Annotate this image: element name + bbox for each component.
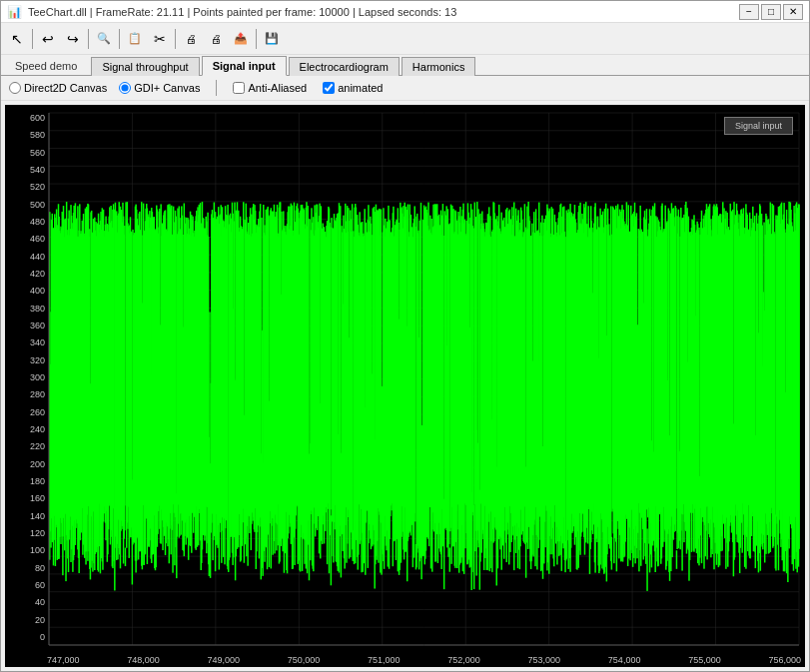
y-axis: 600 580 560 540 520 500 480 460 440 420 …: [7, 113, 45, 642]
y-label-500: 500: [7, 200, 45, 210]
animated-checkbox[interactable]: [323, 82, 335, 94]
y-label-0: 0: [7, 632, 45, 642]
y-label-540: 540: [7, 165, 45, 175]
close-button[interactable]: ✕: [783, 4, 803, 20]
legend-text: Signal input: [735, 121, 782, 131]
redo-button[interactable]: ↪: [61, 27, 85, 51]
options-bar: Direct2D Canvas GDI+ Canvas Anti-Aliased…: [1, 76, 809, 101]
canvas-radio-group: Direct2D Canvas GDI+ Canvas: [9, 82, 200, 94]
x-label-747000: 747,000: [47, 655, 80, 665]
y-label-560: 560: [7, 148, 45, 158]
y-label-320: 320: [7, 355, 45, 365]
print2-button[interactable]: 🖨: [204, 27, 228, 51]
tab-electrocardiogram[interactable]: Electrocardiogram: [289, 57, 400, 76]
y-label-380: 380: [7, 304, 45, 314]
direct2d-radio[interactable]: [9, 82, 21, 94]
tab-harmonics[interactable]: Harmonics: [402, 57, 476, 76]
toolbar-separator-2: [88, 29, 89, 49]
title-text: TeeChart.dll | FrameRate: 21.11 | Points…: [28, 6, 456, 18]
main-window: 📊 TeeChart.dll | FrameRate: 21.11 | Poin…: [0, 0, 810, 672]
x-label-751000: 751,000: [368, 655, 401, 665]
title-bar: 📊 TeeChart.dll | FrameRate: 21.11 | Poin…: [1, 1, 809, 23]
tab-bar: Speed demo Signal throughput Signal inpu…: [1, 55, 809, 76]
save-button[interactable]: 💾: [260, 27, 284, 51]
y-label-520: 520: [7, 182, 45, 192]
x-label-753000: 753,000: [528, 655, 561, 665]
y-label-120: 120: [7, 528, 45, 538]
y-label-340: 340: [7, 337, 45, 347]
x-label-754000: 754,000: [608, 655, 641, 665]
y-label-160: 160: [7, 493, 45, 503]
toolbar-separator-1: [32, 29, 33, 49]
y-label-60: 60: [7, 580, 45, 590]
y-label-140: 140: [7, 511, 45, 521]
copy-button[interactable]: 📋: [123, 27, 147, 51]
y-label-180: 180: [7, 476, 45, 486]
y-label-80: 80: [7, 563, 45, 573]
y-label-360: 360: [7, 321, 45, 331]
export-button[interactable]: 📤: [229, 27, 253, 51]
tab-signal-throughput[interactable]: Signal throughput: [91, 57, 199, 76]
y-label-300: 300: [7, 372, 45, 382]
options-separator: [216, 80, 217, 96]
toolbar-separator-4: [175, 29, 176, 49]
y-label-20: 20: [7, 615, 45, 625]
y-label-240: 240: [7, 424, 45, 434]
print-button[interactable]: 🖨: [179, 27, 203, 51]
undo-button[interactable]: ↩: [36, 27, 60, 51]
gdip-option[interactable]: GDI+ Canvas: [119, 82, 200, 94]
y-label-200: 200: [7, 459, 45, 469]
y-label-260: 260: [7, 407, 45, 417]
chart-canvas: [5, 105, 805, 667]
y-label-220: 220: [7, 441, 45, 451]
y-label-580: 580: [7, 130, 45, 140]
x-label-756000: 756,000: [768, 655, 801, 665]
y-label-420: 420: [7, 269, 45, 279]
x-label-748000: 748,000: [127, 655, 160, 665]
x-label-755000: 755,000: [688, 655, 721, 665]
cut-button[interactable]: ✂: [148, 27, 172, 51]
y-label-40: 40: [7, 597, 45, 607]
direct2d-option[interactable]: Direct2D Canvas: [9, 82, 107, 94]
speed-demo-label: Speed demo: [5, 57, 87, 75]
zoom-button[interactable]: 🔍: [92, 27, 116, 51]
animated-option[interactable]: animated: [323, 82, 383, 94]
minimize-button[interactable]: −: [739, 4, 759, 20]
toolbar: ↖ ↩ ↪ 🔍 📋 ✂ 🖨 🖨 📤 💾: [1, 23, 809, 55]
maximize-button[interactable]: □: [761, 4, 781, 20]
y-label-100: 100: [7, 545, 45, 555]
title-controls: − □ ✕: [739, 4, 803, 20]
tab-signal-input[interactable]: Signal input: [202, 56, 287, 76]
toolbar-separator-3: [119, 29, 120, 49]
y-label-440: 440: [7, 252, 45, 262]
gdip-radio[interactable]: [119, 82, 131, 94]
chart-container: 600 580 560 540 520 500 480 460 440 420 …: [5, 105, 805, 667]
y-label-460: 460: [7, 234, 45, 244]
toolbar-separator-5: [256, 29, 257, 49]
legend-box: Signal input: [724, 117, 793, 135]
x-axis: 747,000 748,000 749,000 750,000 751,000 …: [47, 655, 801, 665]
pointer-tool[interactable]: ↖: [5, 27, 29, 51]
x-label-749000: 749,000: [208, 655, 241, 665]
x-label-752000: 752,000: [447, 655, 480, 665]
x-label-750000: 750,000: [288, 655, 321, 665]
y-label-600: 600: [7, 113, 45, 123]
anti-aliased-option[interactable]: Anti-Aliased: [233, 82, 307, 94]
anti-aliased-checkbox[interactable]: [233, 82, 245, 94]
y-label-280: 280: [7, 389, 45, 399]
y-label-400: 400: [7, 286, 45, 296]
y-label-480: 480: [7, 217, 45, 227]
